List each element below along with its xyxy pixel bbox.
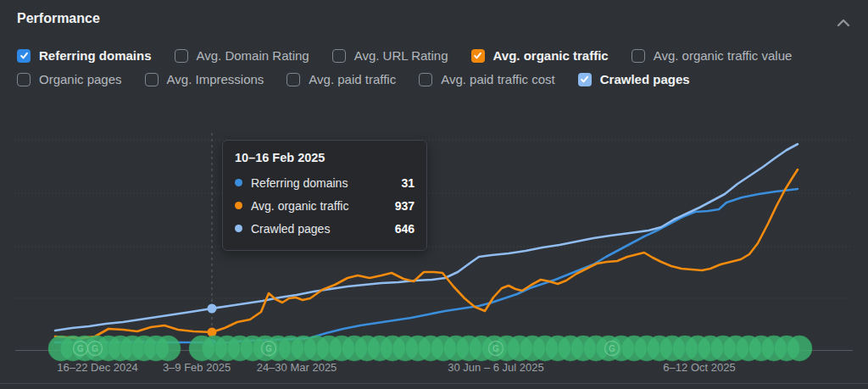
checkbox-unchecked-icon[interactable] — [332, 49, 346, 63]
hover-dot-crawled-pages — [208, 304, 217, 314]
metric-checkbox-avg-organic-traffic[interactable]: Avg. organic traffic — [471, 48, 609, 63]
checkbox-unchecked-icon[interactable] — [145, 73, 159, 86]
metric-checkbox-avg-organic-traffic-value[interactable]: Avg. organic traffic value — [632, 48, 793, 63]
metric-checkbox-crawled-pages[interactable]: Crawled pages — [578, 72, 690, 86]
tooltip-series-value: 31 — [401, 176, 415, 190]
panel-title: Performance — [17, 11, 100, 26]
x-axis-tick-label: 6–12 Oct 2025 — [663, 361, 735, 374]
tooltip-row-avg-organic-traffic: Avg. organic traffic937 — [235, 194, 415, 217]
metric-label: Avg. Impressions — [167, 72, 264, 86]
metric-checkbox-avg-paid-traffic-cost[interactable]: Avg. paid traffic cost — [419, 72, 555, 86]
google-g-icon: G — [265, 344, 272, 353]
tooltip-date: 10–16 Feb 2025 — [235, 151, 415, 164]
metric-filters: Referring domainsAvg. Domain RatingAvg. … — [17, 48, 792, 86]
metric-checkbox-avg-paid-traffic[interactable]: Avg. paid traffic — [287, 72, 396, 86]
metric-label: Avg. paid traffic cost — [441, 72, 555, 86]
metric-label: Referring domains — [39, 48, 152, 63]
metric-label: Avg. paid traffic — [309, 72, 396, 86]
google-g-icon: G — [492, 344, 499, 353]
tooltip-series-label: Crawled pages — [251, 222, 330, 236]
metric-filter-row: Referring domainsAvg. Domain RatingAvg. … — [17, 48, 792, 63]
x-axis-tick-label: 16–22 Dec 2024 — [57, 361, 137, 374]
panel-bottom-divider — [0, 383, 868, 384]
chart-tooltip: 10–16 Feb 2025 Referring domains31Avg. o… — [222, 140, 427, 251]
tooltip-series-value: 937 — [395, 199, 415, 213]
x-axis-tick-label: 3–9 Feb 2025 — [163, 361, 231, 374]
tooltip-row-referring-domains: Referring domains31 — [235, 171, 415, 194]
metric-checkbox-avg-impressions[interactable]: Avg. Impressions — [145, 72, 264, 86]
checkbox-checked-icon[interactable] — [17, 49, 31, 63]
checkbox-checked-icon[interactable] — [471, 49, 485, 63]
checkbox-unchecked-icon[interactable] — [632, 49, 645, 63]
series-color-dot — [235, 202, 242, 209]
metric-checkbox-referring-domains[interactable]: Referring domains — [17, 48, 152, 63]
google-g-icon: G — [92, 344, 98, 353]
metric-label: Crawled pages — [600, 72, 690, 86]
tooltip-series-value: 646 — [395, 222, 415, 236]
checkbox-unchecked-icon[interactable] — [287, 73, 300, 86]
metric-checkbox-avg-url-rating[interactable]: Avg. URL Rating — [332, 48, 448, 63]
series-color-dot — [235, 179, 242, 186]
performance-panel: Performance Referring domainsAvg. Domain… — [0, 0, 868, 389]
checkbox-unchecked-icon[interactable] — [17, 73, 31, 86]
x-axis-tick-label: 30 Jun – 6 Jul 2025 — [448, 361, 543, 374]
metric-label: Avg. Domain Rating — [197, 48, 309, 63]
collapse-panel-button[interactable] — [832, 12, 854, 34]
x-axis-tick-label: 24–30 Mar 2025 — [257, 361, 337, 374]
metric-filter-row: Organic pagesAvg. ImpressionsAvg. paid t… — [17, 72, 792, 86]
google-update-marker[interactable] — [787, 336, 812, 361]
metric-checkbox-avg-domain-rating[interactable]: Avg. Domain Rating — [175, 48, 309, 63]
google-g-icon: G — [77, 344, 84, 353]
checkbox-checked-icon[interactable] — [578, 73, 592, 86]
tooltip-series-label: Avg. organic traffic — [251, 199, 348, 213]
series-color-dot — [235, 225, 242, 232]
metric-label: Avg. organic traffic value — [654, 48, 793, 63]
checkbox-unchecked-icon[interactable] — [419, 73, 432, 86]
google-g-icon: G — [609, 344, 615, 353]
metric-label: Avg. organic traffic — [493, 48, 609, 63]
chevron-up-icon — [837, 17, 850, 30]
tooltip-series-label: Referring domains — [251, 176, 348, 190]
tooltip-row-crawled-pages: Crawled pages646 — [235, 217, 415, 240]
metric-label: Organic pages — [39, 72, 122, 86]
performance-chart[interactable]: GGGGG16–22 Dec 20243–9 Feb 202524–30 Mar… — [0, 127, 868, 389]
checkbox-unchecked-icon[interactable] — [175, 49, 188, 63]
metric-label: Avg. URL Rating — [354, 48, 448, 63]
google-update-marker[interactable] — [155, 336, 181, 361]
metric-checkbox-organic-pages[interactable]: Organic pages — [17, 72, 122, 86]
